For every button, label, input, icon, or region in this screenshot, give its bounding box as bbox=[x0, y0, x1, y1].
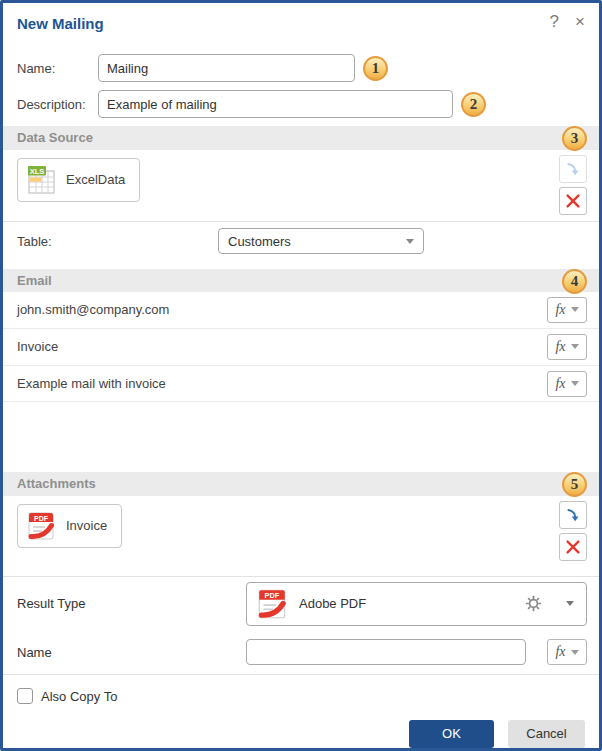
chevron-down-icon bbox=[566, 601, 574, 606]
svg-text:PDF: PDF bbox=[34, 514, 49, 521]
email-empty-space bbox=[3, 402, 599, 464]
gear-icon[interactable] bbox=[525, 595, 542, 612]
description-label: Description: bbox=[17, 97, 98, 112]
fx-icon: fx bbox=[555, 302, 565, 318]
dialog-titlebar: New Mailing ? × bbox=[3, 3, 599, 36]
data-source-title: Data Source bbox=[17, 130, 93, 145]
email-body-row: Example mail with invoice fx bbox=[3, 366, 599, 403]
data-source-move-down-button[interactable] bbox=[559, 155, 587, 183]
new-mailing-dialog: New Mailing ? × Name: 1 Description: 2 D… bbox=[0, 0, 602, 751]
chevron-down-icon bbox=[571, 344, 579, 349]
chevron-down-icon bbox=[571, 381, 579, 386]
ok-button[interactable]: OK bbox=[409, 720, 494, 748]
email-subject-fx-button[interactable]: fx bbox=[547, 334, 587, 360]
pdf-file-icon: PDF bbox=[25, 510, 57, 542]
email-title: Email bbox=[17, 273, 52, 288]
dialog-title: New Mailing bbox=[17, 15, 104, 32]
step-badge-4: 4 bbox=[562, 269, 587, 294]
arrow-down-icon bbox=[564, 506, 582, 524]
email-body-value: Example mail with invoice bbox=[17, 376, 166, 391]
email-to-row: john.smith@company.com fx bbox=[3, 292, 599, 329]
step-badge-2: 2 bbox=[461, 92, 486, 117]
result-name-fx-button[interactable]: fx bbox=[547, 639, 587, 665]
attachment-delete-button[interactable] bbox=[559, 533, 587, 561]
email-subject-value: Invoice bbox=[17, 339, 58, 354]
data-source-item-label: ExcelData bbox=[66, 172, 125, 187]
attachment-item-label: Invoice bbox=[66, 518, 107, 533]
attachments-section-header: Attachments 5 bbox=[3, 472, 599, 495]
spacer bbox=[3, 567, 599, 576]
name-label: Name: bbox=[17, 61, 98, 76]
svg-text:PDF: PDF bbox=[265, 591, 280, 600]
close-icon[interactable]: × bbox=[575, 12, 585, 32]
fx-icon: fx bbox=[555, 376, 565, 392]
table-label: Table: bbox=[17, 234, 218, 249]
table-dropdown[interactable]: Customers bbox=[218, 228, 424, 254]
table-row: Table: Customers bbox=[3, 222, 599, 261]
description-input[interactable] bbox=[98, 90, 453, 118]
chevron-down-icon bbox=[571, 307, 579, 312]
window-controls: ? × bbox=[550, 12, 585, 32]
email-to-value: john.smith@company.com bbox=[17, 302, 169, 317]
attachment-move-down-button[interactable] bbox=[559, 501, 587, 529]
result-type-row: Result Type PDF Adobe PDF bbox=[3, 577, 599, 631]
chevron-down-icon bbox=[406, 239, 414, 244]
name-input[interactable] bbox=[98, 54, 355, 82]
arrow-down-icon bbox=[564, 160, 582, 178]
result-name-row: Name fx bbox=[3, 631, 599, 674]
also-copy-row: Also Copy To bbox=[3, 675, 599, 706]
data-source-delete-button[interactable] bbox=[559, 187, 587, 215]
attachment-item-invoice[interactable]: PDF Invoice bbox=[17, 504, 122, 548]
email-body-fx-button[interactable]: fx bbox=[547, 371, 587, 397]
attachments-title: Attachments bbox=[17, 476, 96, 491]
result-type-dropdown[interactable]: PDF Adobe PDF bbox=[246, 582, 587, 626]
result-name-input[interactable] bbox=[246, 639, 526, 665]
result-name-label: Name bbox=[17, 645, 246, 660]
data-source-item-area: XLS ExcelData bbox=[3, 150, 599, 222]
result-type-value: Adobe PDF bbox=[299, 596, 366, 611]
data-source-item-exceldata[interactable]: XLS ExcelData bbox=[17, 158, 140, 202]
attachments-actions bbox=[559, 501, 587, 561]
email-to-fx-button[interactable]: fx bbox=[547, 297, 587, 323]
fx-icon: fx bbox=[555, 339, 565, 355]
step-badge-5: 5 bbox=[562, 472, 587, 497]
delete-x-icon bbox=[564, 192, 582, 210]
table-dropdown-value: Customers bbox=[228, 234, 291, 249]
result-type-label: Result Type bbox=[17, 596, 246, 611]
data-source-section-header: Data Source 3 bbox=[3, 126, 599, 149]
cancel-button[interactable]: Cancel bbox=[508, 720, 585, 748]
email-section-header: Email 4 bbox=[3, 269, 599, 292]
fx-icon: fx bbox=[555, 644, 565, 660]
step-badge-1: 1 bbox=[363, 56, 388, 81]
pdf-file-icon: PDF bbox=[255, 587, 289, 621]
email-subject-row: Invoice fx bbox=[3, 329, 599, 366]
data-source-actions bbox=[559, 155, 587, 215]
chevron-down-icon bbox=[571, 650, 579, 655]
also-copy-label: Also Copy To bbox=[41, 689, 117, 704]
step-badge-3: 3 bbox=[562, 126, 587, 151]
svg-text:XLS: XLS bbox=[30, 166, 45, 175]
name-row: Name: 1 bbox=[17, 54, 585, 82]
description-row: Description: 2 bbox=[17, 90, 585, 118]
delete-x-icon bbox=[564, 538, 582, 556]
help-icon[interactable]: ? bbox=[550, 12, 559, 32]
attachments-item-area: PDF Invoice bbox=[3, 496, 599, 568]
dialog-footer: OK Cancel bbox=[3, 706, 599, 748]
xls-file-icon: XLS bbox=[25, 164, 57, 196]
also-copy-checkbox[interactable] bbox=[17, 688, 33, 704]
